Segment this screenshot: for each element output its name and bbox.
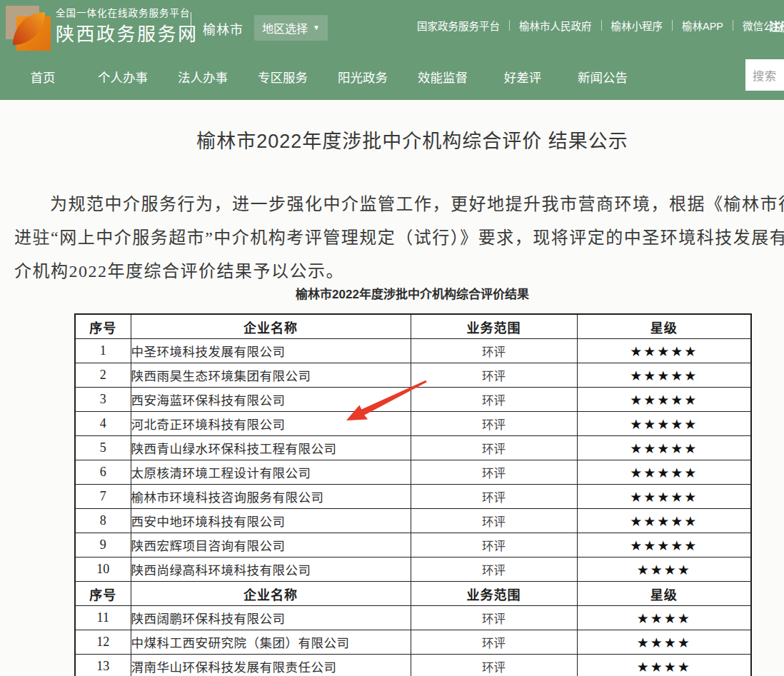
cell-no: 13 [75, 655, 131, 676]
paragraph-line: 为规范中介服务行为，进一步强化中介监管工作，更好地提升我市营商环境，根据《榆林市… [14, 188, 784, 221]
table-row: 9陕西宏辉项目咨询有限公司环评★★★★★ [75, 533, 751, 558]
cell-name: 陕西雨昊生态环境集团有限公司 [131, 363, 411, 388]
table-header-row: 序号企业名称业务范围星级 [75, 314, 751, 339]
platform-tagline: 全国一体化在线政务服务平台 [56, 6, 198, 20]
cell-name: 陕西阔鹏环保科技有限公司 [131, 606, 411, 630]
site-name: 陕西政务服务网 [56, 22, 198, 46]
cell-stars: ★★★★★ [577, 509, 751, 533]
nav-item[interactable]: 好差评 [483, 56, 563, 100]
cell-stars: ★★★★★ [577, 485, 751, 509]
table-row: 13渭南华山环保科技发展有限责任公司环评★★★★ [75, 655, 751, 676]
top-links: 国家政务服务平台榆林市人民政府榆林小程序榆林APP微信公众号 [413, 18, 784, 33]
table-header-cell: 业务范围 [411, 314, 577, 339]
table-row: 11陕西阔鹏环保科技有限公司环评★★★★ [75, 606, 751, 630]
table-header-cell: 星级 [577, 582, 751, 606]
link-separator [733, 20, 733, 31]
cell-stars: ★★★★★ [577, 436, 751, 460]
site-header: 全国一体化在线政务服务平台 陕西政务服务网 榆林市 地区选择 ▼ 国家政务服务平… [0, 0, 784, 56]
cell-no: 8 [75, 509, 131, 533]
cell-no: 3 [75, 388, 131, 412]
table-row: 5陕西青山绿水环保科技工程有限公司环评★★★★★ [75, 436, 751, 460]
cell-scope: 环评 [411, 655, 577, 676]
link-separator [601, 20, 602, 31]
cell-stars: ★★★★ [577, 655, 751, 676]
nav-item[interactable]: 新闻公告 [563, 56, 643, 100]
cell-name: 陕西尚绿高科环境科技有限公司 [131, 558, 411, 582]
top-link[interactable]: 榆林市人民政府 [515, 18, 596, 33]
nav-item[interactable]: 首页 [3, 56, 83, 100]
cell-stars: ★★★★ [577, 558, 751, 582]
main-nav: 首页个人办事法人办事专区服务阳光政务效能监督好差评新闻公告 搜索 [0, 56, 784, 100]
top-link[interactable]: 榆林小程序 [607, 18, 668, 33]
cell-scope: 环评 [411, 485, 577, 509]
table-row: 12中煤科工西安研究院（集团）有限公司环评★★★★ [75, 630, 751, 655]
region-selector-button[interactable]: 地区选择 ▼ [254, 15, 328, 41]
nav-item[interactable]: 法人办事 [163, 56, 243, 100]
table-header-cell: 业务范围 [411, 582, 577, 606]
table-row: 2陕西雨昊生态环境集团有限公司环评★★★★★ [75, 363, 751, 388]
cell-name: 西安海蓝环保科技有限公司 [131, 388, 411, 412]
cell-name: 河北奇正环境科技有限公司 [131, 412, 411, 436]
header-divider [191, 12, 191, 43]
cell-stars: ★★★★★ [577, 412, 751, 436]
table-header-cell: 企业名称 [131, 582, 411, 606]
cell-name: 太原核清环境工程设计有限公司 [131, 460, 411, 485]
top-link[interactable]: 国家政务服务平台 [413, 18, 504, 33]
cell-stars: ★★★★★ [577, 460, 751, 485]
page-title: 榆林市2022年度涉批中介机构综合评价 结果公示 [0, 100, 784, 153]
cell-no: 11 [75, 606, 131, 630]
cell-no: 10 [75, 558, 131, 582]
cell-no: 4 [75, 412, 131, 436]
current-city-label: 榆林市 [203, 19, 243, 38]
nav-item[interactable]: 阳光政务 [323, 56, 403, 100]
nav-list: 首页个人办事法人办事专区服务阳光政务效能监督好差评新闻公告 [0, 56, 784, 100]
search-input[interactable]: 搜索 [745, 59, 784, 91]
cell-name: 陕西青山绿水环保科技工程有限公司 [131, 436, 411, 460]
cell-scope: 环评 [411, 606, 577, 630]
cell-scope: 环评 [411, 363, 577, 388]
cell-scope: 环评 [411, 558, 577, 582]
table-row: 7榆林市环境科技咨询服务有限公司环评★★★★★ [75, 485, 751, 509]
cell-scope: 环评 [411, 339, 577, 363]
cell-no: 12 [75, 630, 131, 655]
announcement-content: 榆林市2022年度涉批中介机构综合评价 结果公示 为规范中介服务行为，进一步强化… [0, 100, 784, 676]
cell-no: 5 [75, 436, 131, 460]
link-separator [672, 20, 673, 31]
top-link[interactable]: 榆林APP [678, 18, 728, 33]
cell-scope: 环评 [411, 436, 577, 460]
cell-stars: ★★★★ [577, 606, 751, 630]
brand-text: 全国一体化在线政务服务平台 陕西政务服务网 [56, 6, 198, 46]
cell-no: 7 [75, 485, 131, 509]
search-placeholder: 搜索 [753, 66, 777, 84]
cell-no: 9 [75, 533, 131, 558]
announcement-paragraph: 为规范中介服务行为，进一步强化中介监管工作，更好地提升我市营商环境，根据《榆林市… [14, 188, 784, 288]
register-link[interactable]: 注册 [769, 18, 784, 34]
cell-scope: 环评 [411, 460, 577, 485]
link-separator [509, 20, 510, 31]
cell-scope: 环评 [411, 388, 577, 412]
table-row: 10陕西尚绿高科环境科技有限公司环评★★★★ [75, 558, 751, 582]
paragraph-line: 进驻“网上中介服务超市”中介机构考评管理规定（试行）》要求，现将评定的中圣环境科… [14, 221, 784, 255]
cell-scope: 环评 [411, 509, 577, 533]
table-row: 4河北奇正环境科技有限公司环评★★★★★ [75, 412, 751, 436]
nav-item[interactable]: 效能监督 [403, 56, 483, 100]
cell-name: 渭南华山环保科技发展有限责任公司 [131, 655, 411, 676]
table-header-row: 序号企业名称业务范围星级 [75, 582, 751, 606]
nav-item[interactable]: 个人办事 [83, 56, 163, 100]
table-header-cell: 序号 [75, 582, 131, 606]
site-logo[interactable] [6, 6, 51, 51]
cell-name: 西安中地环境科技有限公司 [131, 509, 411, 533]
cell-stars: ★★★★★ [577, 388, 751, 412]
region-selector-label: 地区选择 [262, 19, 308, 36]
table-row: 1中圣环境科技发展有限公司环评★★★★★ [75, 339, 751, 363]
table-row: 8西安中地环境科技有限公司环评★★★★★ [75, 509, 751, 533]
nav-item[interactable]: 专区服务 [243, 56, 323, 100]
evaluation-results-table: 序号企业名称业务范围星级1中圣环境科技发展有限公司环评★★★★★2陕西雨昊生态环… [74, 313, 752, 676]
cell-no: 6 [75, 460, 131, 485]
paragraph-line: 介机构2022年度综合评价结果予以公示。 [14, 255, 784, 288]
table-header-cell: 星级 [577, 314, 751, 339]
table-header-cell: 序号 [75, 314, 131, 339]
table-header-cell: 企业名称 [131, 314, 411, 339]
cell-name: 中圣环境科技发展有限公司 [131, 339, 411, 363]
cell-name: 中煤科工西安研究院（集团）有限公司 [131, 630, 411, 655]
